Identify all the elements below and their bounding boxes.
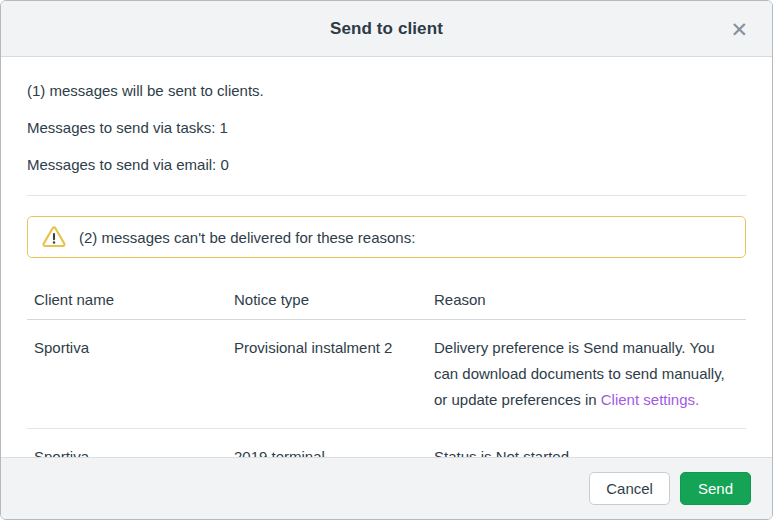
table-header-row: Client name Notice type Reason — [27, 279, 746, 320]
messages-via-tasks-text: Messages to send via tasks: 1 — [27, 118, 746, 138]
messages-total-text: (1) messages will be sent to clients. — [27, 81, 746, 101]
column-header-notice-type: Notice type — [227, 279, 427, 320]
messages-via-email-text: Messages to send via email: 0 — [27, 155, 746, 175]
cancel-button[interactable]: Cancel — [589, 472, 670, 505]
modal-title: Send to client — [330, 19, 443, 39]
warning-text: (2) messages can't be delivered for thes… — [79, 229, 415, 246]
client-name-cell: Sportiva — [27, 429, 227, 458]
warning-triangle-icon — [42, 226, 66, 248]
column-header-client-name: Client name — [27, 279, 227, 320]
reason-cell: Status is Not started — [427, 429, 746, 458]
modal-body: (1) messages will be sent to clients. Me… — [1, 57, 772, 457]
modal-footer: Cancel Send — [1, 457, 772, 519]
undeliverable-warning-banner: (2) messages can't be delivered for thes… — [27, 216, 746, 258]
send-to-client-modal: Send to client ✕ (1) messages will be se… — [0, 0, 773, 520]
notice-type-cell: 2019 terminal — [227, 429, 427, 458]
table-row: Sportiva Provisional instalment 2 Delive… — [27, 320, 746, 429]
close-icon[interactable]: ✕ — [728, 16, 750, 41]
section-divider — [27, 195, 746, 196]
reason-cell: Delivery preference is Send manually. Yo… — [427, 320, 746, 429]
send-button[interactable]: Send — [680, 472, 751, 505]
notice-type-cell: Provisional instalment 2 — [227, 320, 427, 429]
column-header-reason: Reason — [427, 279, 746, 320]
client-name-cell: Sportiva — [27, 320, 227, 429]
undeliverable-reasons-table: Client name Notice type Reason Sportiva … — [27, 279, 746, 457]
table-row: Sportiva 2019 terminal Status is Not sta… — [27, 429, 746, 458]
modal-header: Send to client ✕ — [1, 1, 772, 57]
client-settings-link[interactable]: Client settings. — [601, 391, 699, 408]
